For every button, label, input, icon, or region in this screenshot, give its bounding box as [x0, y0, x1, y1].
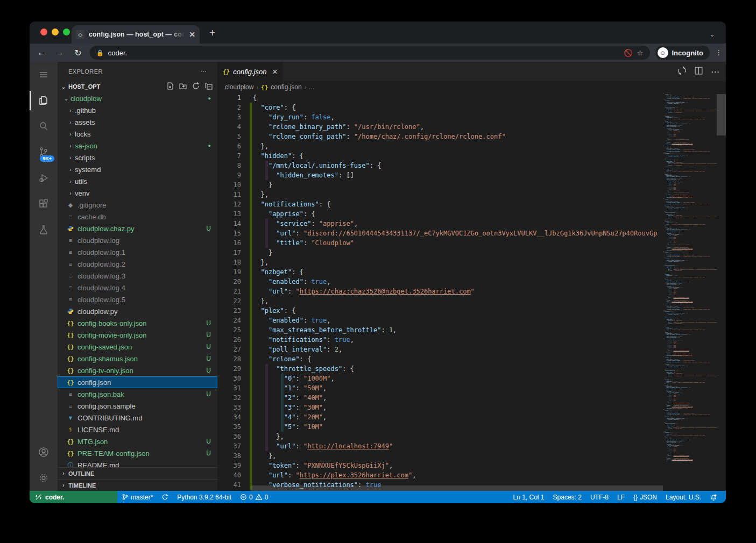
file-tree-item-config-json-bak[interactable]: ≡config.json.bakU — [58, 388, 217, 400]
file-tree-item-config-tv-only-json[interactable]: {}config-tv-only.jsonU — [58, 365, 217, 376]
code-line[interactable]: 30 "0": "1000M", — [217, 374, 663, 383]
cursor-position-item[interactable]: Ln 1, Col 1 — [508, 494, 548, 501]
code-line[interactable]: 7 "hidden": { — [217, 151, 663, 161]
file-tree-item-cloudplow-log-1[interactable]: ≡cloudplow.log.1 — [58, 246, 217, 258]
macos-traffic-lights[interactable] — [40, 28, 70, 35]
file-tree-item-cloudplow-py[interactable]: cloudplow.py — [58, 305, 217, 317]
problems-item[interactable]: 0 0 — [236, 494, 272, 501]
file-tree-item-venv[interactable]: ›venv — [58, 187, 217, 199]
code-line[interactable]: 2 "core": { — [217, 103, 663, 112]
code-line[interactable]: 35 "5": "10M" — [217, 422, 663, 432]
code-line[interactable]: 6 }, — [217, 141, 663, 151]
file-tree-item-config-json-sample[interactable]: ≡config.json.sample — [58, 400, 217, 412]
file-tree-item-assets[interactable]: ›assets — [58, 116, 217, 128]
tab-overflow-chevron-icon[interactable]: ⌄ — [709, 30, 715, 38]
tab-close-icon[interactable]: ✕ — [189, 31, 195, 38]
new-folder-icon[interactable] — [179, 82, 187, 91]
file-tree-item-config-movie-only-json[interactable]: {}config-movie-only.jsonU — [58, 329, 217, 341]
editor-tab-config-json[interactable]: {} config.json ✕ — [217, 62, 283, 81]
source-control-icon[interactable]: 9K+ — [30, 139, 58, 165]
extensions-icon[interactable] — [30, 191, 58, 217]
menu-icon[interactable] — [30, 62, 58, 88]
explorer-more-actions-icon[interactable]: ⋯ — [201, 68, 207, 75]
open-changes-icon[interactable] — [677, 66, 687, 77]
code-line[interactable]: 18 }, — [217, 258, 663, 267]
notifications-bell-icon[interactable] — [705, 494, 722, 501]
file-tree-item-cloudplow[interactable]: ⌄cloudplow● — [58, 92, 217, 104]
code-line[interactable]: 32 "2": "40M", — [217, 393, 663, 403]
code-line[interactable]: 5 "rclone_config_path": "/home/chaz/.con… — [217, 132, 663, 141]
code-line[interactable]: 20 "enabled": true, — [217, 277, 663, 287]
zoom-window-button[interactable] — [63, 28, 70, 35]
code-line[interactable]: 10 } — [217, 180, 663, 190]
code-line[interactable]: 28 "rclone": { — [217, 354, 663, 364]
file-tree-item--github[interactable]: ›.github — [58, 104, 217, 116]
settings-gear-icon[interactable] — [30, 465, 58, 491]
keyboard-layout-item[interactable]: Layout: U.S. — [661, 494, 705, 501]
code-line[interactable]: 3 "dry_run": false, — [217, 112, 663, 122]
eol-item[interactable]: LF — [613, 494, 629, 501]
file-tree-item-pre-team-config-json[interactable]: {}PRE-TEAM-config.jsonU — [58, 447, 217, 459]
testing-icon[interactable] — [30, 217, 58, 242]
code-line[interactable]: 34 "4": "20M", — [217, 412, 663, 422]
file-tree-item-cloudplow-log-5[interactable]: ≡cloudplow.log.5 — [58, 294, 217, 305]
file-tree-item-cache-db[interactable]: ≡cache.db — [58, 211, 217, 223]
file-tree-item-locks[interactable]: ›locks — [58, 128, 217, 140]
breadcrumb-file[interactable]: config.json — [271, 83, 301, 91]
minimize-window-button[interactable] — [52, 28, 59, 35]
file-tree-item-contributing-md[interactable]: ▼CONTRIBUTING.md — [58, 412, 217, 424]
workspace-section-header[interactable]: ⌄ HOST_OPT — [58, 81, 217, 92]
file-tree-item-cloudplow-chaz-py[interactable]: cloudplow.chaz.pyU — [58, 223, 217, 234]
search-icon[interactable] — [30, 113, 58, 139]
close-window-button[interactable] — [40, 28, 47, 35]
file-tree-item-config-books-only-json[interactable]: {}config-books-only.jsonU — [58, 317, 217, 329]
code-line[interactable]: 13 "apprise": { — [217, 209, 663, 219]
file-tree-item-cloudplow-log-3[interactable]: ≡cloudplow.log.3 — [58, 270, 217, 282]
address-bar[interactable]: 🔒 coder. 🚫 ☆ — [90, 46, 650, 60]
file-tree-item-license-md[interactable]: ⚕LICENSE.md — [58, 424, 217, 435]
code-line[interactable]: 41 "verbose_notifications": true — [217, 480, 663, 490]
code-line[interactable]: 33 "3": "30M", — [217, 403, 663, 412]
editor-more-actions-icon[interactable]: ⋯ — [711, 67, 719, 77]
language-mode-item[interactable]: {} JSON — [629, 494, 661, 501]
browser-tab[interactable]: ◇ config.json — host_opt — code ✕ — [72, 25, 200, 44]
code-line[interactable]: 15 "url": "discord://650104445434331137/… — [217, 228, 663, 238]
encoding-item[interactable]: UTF-8 — [586, 494, 613, 501]
reload-button[interactable]: ↻ — [72, 48, 84, 58]
code-line[interactable]: 4 "rclone_binary_path": "/usr/bin/rclone… — [217, 122, 663, 132]
file-tree-item-cloudplow-log-2[interactable]: ≡cloudplow.log.2 — [58, 258, 217, 270]
eye-off-icon[interactable]: 🚫 — [624, 49, 633, 57]
new-tab-button[interactable]: + — [209, 27, 216, 39]
code-line[interactable]: 37 "url": "http://localhost:7949" — [217, 441, 663, 451]
code-line[interactable]: 38 }, — [217, 451, 663, 461]
code-line[interactable]: 12 "notifications": { — [217, 199, 663, 209]
file-tree-item-cloudplow-log-4[interactable]: ≡cloudplow.log.4 — [58, 282, 217, 294]
new-file-icon[interactable] — [166, 82, 174, 91]
code-line[interactable]: 9 "hidden_remotes": [] — [217, 170, 663, 180]
code-line[interactable]: 14 "service": "apprise", — [217, 219, 663, 228]
lock-icon[interactable]: 🔒 — [96, 49, 104, 56]
file-tree-item-config-saved-json[interactable]: {}config-saved.jsonU — [58, 341, 217, 353]
code-line[interactable]: 24 "enabled": true, — [217, 316, 663, 325]
account-icon[interactable] — [30, 439, 58, 465]
outline-section[interactable]: › OUTLINE — [58, 467, 217, 479]
code-line[interactable]: 1{ — [217, 93, 663, 103]
file-tree-item-sa-json[interactable]: ›sa-json● — [58, 140, 217, 152]
code-line[interactable]: 27 "poll_interval": 2, — [217, 345, 663, 354]
file-tree-item--gitignore[interactable]: ◆.gitignore — [58, 199, 217, 211]
run-debug-icon[interactable] — [30, 165, 58, 191]
file-tree-item-systemd[interactable]: ›systemd — [58, 163, 217, 175]
code-line[interactable]: 29 "throttle_speeds": { — [217, 364, 663, 374]
back-button[interactable]: ← — [35, 48, 48, 58]
file-tree-item-readme-md[interactable]: ⓘREADME.md — [58, 459, 217, 467]
code-line[interactable]: 21 "url": "https://chaz:chaz3526@nzbget.… — [217, 287, 663, 296]
code-line[interactable]: 36 }, — [217, 432, 663, 441]
file-tree-item-scripts[interactable]: ›scripts — [58, 152, 217, 163]
timeline-section[interactable]: › TIMELINE — [58, 479, 217, 491]
file-tree-item-config-json[interactable]: {}config.json — [58, 376, 217, 388]
code-line[interactable]: 39 "token": "PXNNXUEfYSCkUspGiiXj", — [217, 461, 663, 470]
bookmark-star-icon[interactable]: ☆ — [637, 49, 644, 57]
indentation-item[interactable]: Spaces: 2 — [549, 494, 586, 501]
code-line[interactable]: 31 "1": "50M", — [217, 383, 663, 393]
editor-tab-close-icon[interactable]: ✕ — [272, 68, 278, 76]
